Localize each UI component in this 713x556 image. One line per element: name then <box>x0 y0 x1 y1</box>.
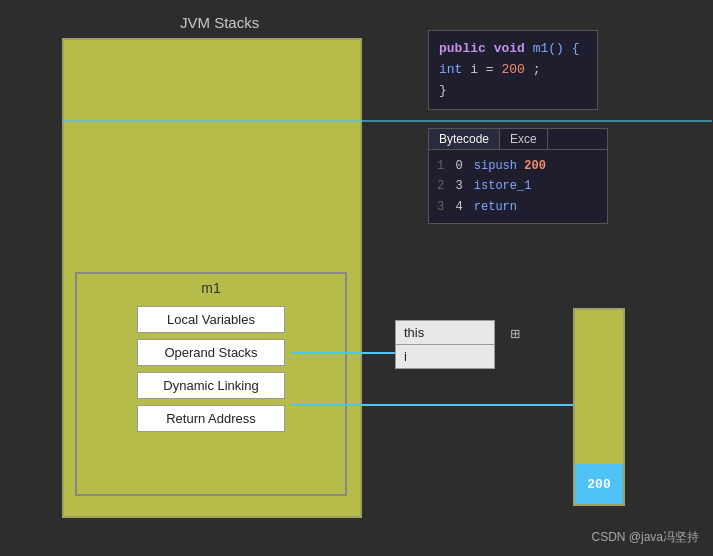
dynamic-linking-item: Dynamic Linking <box>137 372 285 399</box>
watermark: CSDN @java冯坚持 <box>591 529 699 546</box>
operand-stacks-arrow <box>291 404 577 406</box>
bytecode-tabs: Bytecode Exce <box>429 129 607 150</box>
m1-frame: m1 Local Variables Operand Stacks Dynami… <box>75 272 347 496</box>
local-vars-table: this i <box>395 320 495 369</box>
lv-this-name: this <box>396 321 432 344</box>
code-line-1: public void m1() { <box>439 39 587 60</box>
grid-icon: ⊞ <box>503 322 527 346</box>
tab-bytecode[interactable]: Bytecode <box>429 129 500 149</box>
method-name: m1() { <box>533 41 580 56</box>
lv-this-row: this <box>396 321 494 345</box>
number-200: 200 <box>501 62 524 77</box>
return-address-item: Return Address <box>137 405 285 432</box>
jvm-stacks-label: JVM Stacks <box>180 14 259 31</box>
operand-stack-visual: 200 <box>573 308 625 506</box>
keyword-void: void <box>494 41 525 56</box>
bc-line-3: 3 4 return <box>437 197 599 217</box>
bytecode-panel: Bytecode Exce 1 0 sipush 200 2 3 istore_… <box>428 128 608 224</box>
lv-i-name: i <box>396 345 424 368</box>
code-snippet: public void m1() { int i = 200 ; } <box>428 30 598 110</box>
operand-stacks-item: Operand Stacks <box>137 339 285 366</box>
bytecode-content: 1 0 sipush 200 2 3 istore_1 3 4 return <box>429 150 607 223</box>
code-line-2: int i = 200 ; <box>439 60 587 81</box>
code-line-3: } <box>439 81 587 102</box>
bc-line-2: 2 3 istore_1 <box>437 176 599 196</box>
type-int: int <box>439 62 462 77</box>
lv-i-row: i <box>396 345 494 368</box>
local-variables-item: Local Variables <box>137 306 285 333</box>
tab-exception[interactable]: Exce <box>500 129 548 149</box>
m1-label: m1 <box>77 274 345 300</box>
local-vars-arrow <box>291 352 399 354</box>
operand-value: 200 <box>575 464 623 504</box>
bc-line-1: 1 0 sipush 200 <box>437 156 599 176</box>
keyword-public: public <box>439 41 486 56</box>
divider-line <box>62 120 712 122</box>
